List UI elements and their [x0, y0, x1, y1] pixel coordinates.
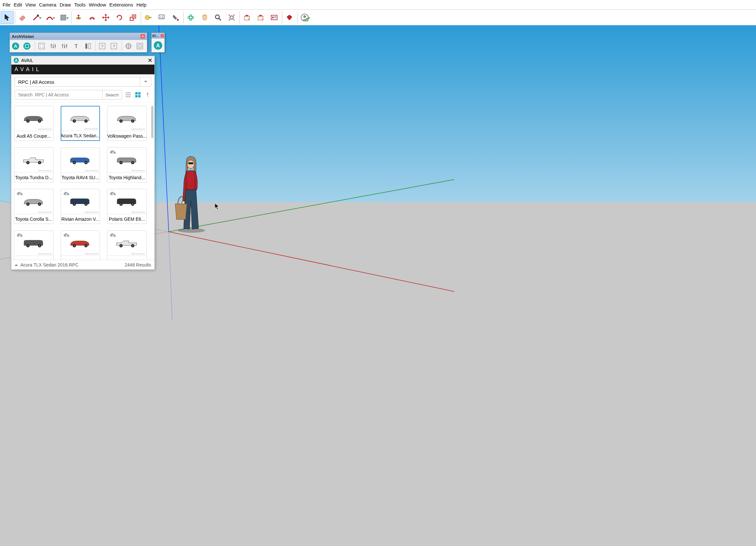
- avail-titlebar[interactable]: A AVAIL ✕: [11, 56, 154, 65]
- menu-help[interactable]: Help: [136, 2, 146, 7]
- svg-rect-42: [64, 46, 65, 47]
- close-icon[interactable]: ×: [140, 34, 145, 39]
- archvision-titlebar[interactable]: ArchVision ×: [10, 33, 147, 40]
- result-card[interactable]: ARCHVISIONAudi A5 Coupe...: [14, 106, 54, 141]
- menu-window[interactable]: Window: [89, 2, 106, 7]
- svg-point-74: [120, 120, 122, 122]
- result-thumbnail: ARCHVISION: [107, 106, 146, 131]
- av-grid-icon[interactable]: [36, 41, 47, 51]
- search-input[interactable]: [15, 90, 102, 99]
- chevron-up-icon[interactable]: [15, 262, 18, 266]
- status-results: 2448 Results: [125, 262, 151, 267]
- cloud-download-icon: [16, 233, 23, 237]
- paint-tool[interactable]: [169, 11, 182, 24]
- extension-warehouse-tool[interactable]: [268, 11, 281, 24]
- watermark: ARCHVISION: [38, 253, 52, 255]
- ruby-tool[interactable]: [283, 11, 296, 24]
- cloud-download-icon: [16, 191, 23, 196]
- menu-file[interactable]: File: [3, 2, 10, 7]
- line-tool[interactable]: [30, 11, 43, 24]
- av-sliders-icon[interactable]: [48, 41, 58, 51]
- menu-tools[interactable]: Tools: [74, 2, 86, 7]
- result-label: Audi A5 Coupe...: [14, 131, 53, 140]
- av-help2-icon[interactable]: ?: [109, 41, 119, 51]
- svg-point-84: [85, 162, 87, 163]
- scale-tool[interactable]: [127, 11, 140, 24]
- svg-point-106: [74, 245, 75, 246]
- close-icon[interactable]: [161, 34, 164, 37]
- offset-tool[interactable]: [86, 11, 99, 24]
- arc-tool[interactable]: [43, 11, 56, 24]
- watermark: ARCHVISION: [131, 253, 145, 255]
- rotate-tool[interactable]: [113, 11, 126, 24]
- result-thumbnail: ARCHVISION: [14, 106, 53, 131]
- menu-draw[interactable]: Draw: [60, 2, 71, 7]
- select-tool[interactable]: [1, 11, 14, 24]
- menu-view[interactable]: View: [25, 2, 36, 7]
- status-filename: Acura TLX Sedan 2016.RPC: [20, 262, 79, 267]
- zoom-tool[interactable]: [212, 11, 225, 24]
- search-button[interactable]: Search: [102, 90, 122, 99]
- av-logo-a-icon[interactable]: A: [10, 41, 21, 51]
- avail-panel[interactable]: A AVAIL ✕ AVAIL RPC | All Access Search: [11, 56, 155, 270]
- svg-point-76: [132, 120, 133, 122]
- move-tool[interactable]: [99, 11, 112, 24]
- result-card[interactable]: ARCHVISION: [61, 230, 100, 260]
- archvision-toolbar[interactable]: ArchVision × A T ? ?: [9, 32, 147, 53]
- zoom-extents-tool[interactable]: [225, 11, 238, 24]
- cloud-download-icon: [63, 191, 70, 196]
- shape-tool[interactable]: [57, 11, 70, 24]
- av-info-icon[interactable]: i: [135, 41, 145, 51]
- svg-point-82: [74, 162, 75, 163]
- result-card[interactable]: ARCHVISIONToyota Highland...: [107, 147, 147, 182]
- result-card[interactable]: ARCHVISION: [107, 230, 147, 260]
- av-text-icon[interactable]: T: [71, 41, 81, 51]
- result-thumbnail: ARCHVISION: [107, 231, 146, 255]
- scrollbar-thumb[interactable]: [151, 106, 153, 138]
- svg-point-3: [145, 15, 150, 20]
- svg-point-40: [55, 45, 56, 46]
- warehouse-get-tool[interactable]: [240, 11, 253, 24]
- av-sliders2-icon[interactable]: [60, 41, 70, 51]
- view-grid-icon[interactable]: [134, 91, 141, 98]
- text-tool[interactable]: A1: [155, 11, 168, 24]
- result-card[interactable]: ARCHVISIONRivian Amazon V...: [61, 189, 100, 224]
- menu-edit[interactable]: Edit: [14, 2, 22, 7]
- chevron-down-icon[interactable]: [140, 77, 151, 86]
- result-card[interactable]: ARCHVISIONVolkswagen Pass...: [107, 106, 147, 141]
- account-tool[interactable]: [298, 11, 311, 24]
- av-mini-titlebar[interactable]: AV...: [152, 33, 165, 39]
- result-label: Volkswagen Pass...: [107, 131, 146, 140]
- tape-tool[interactable]: [142, 11, 155, 24]
- av-globe-icon[interactable]: [123, 41, 134, 51]
- orbit-tool[interactable]: [184, 11, 197, 24]
- collection-select[interactable]: RPC | All Access: [15, 77, 151, 87]
- result-card[interactable]: ARCHVISIONToyota Corolla S...: [14, 189, 54, 224]
- pushpull-tool[interactable]: [72, 11, 85, 24]
- svg-point-94: [74, 203, 75, 205]
- view-list-icon[interactable]: [125, 91, 132, 98]
- cloud-download-icon: [63, 233, 70, 237]
- av-help1-icon[interactable]: ?: [97, 41, 107, 51]
- svg-text:A1: A1: [160, 16, 164, 19]
- menu-camera[interactable]: Camera: [39, 2, 56, 7]
- watermark: ARCHVISION: [38, 128, 52, 130]
- warehouse-send-tool[interactable]: [254, 11, 267, 24]
- svg-rect-2: [132, 15, 136, 18]
- av-columns-icon[interactable]: [83, 41, 93, 51]
- pan-tool[interactable]: [198, 11, 211, 24]
- result-card[interactable]: ARCHVISIONAcura TLX Sedan...: [61, 106, 100, 141]
- av-catalog-icon[interactable]: [22, 41, 32, 51]
- result-card[interactable]: ARCHVISIONToyota Tundra D...: [14, 147, 54, 182]
- result-card[interactable]: ARCHVISION: [14, 230, 54, 260]
- svg-point-35: [43, 44, 43, 45]
- view-settings-icon[interactable]: [144, 91, 151, 98]
- av-logo-a-icon[interactable]: A: [153, 41, 163, 50]
- result-card[interactable]: ARCHVISIONPolaris GEM E6...: [107, 189, 147, 224]
- result-card[interactable]: ARCHVISIONToyota RAV4 SU...: [61, 147, 100, 182]
- menu-extensions[interactable]: Extensions: [109, 2, 133, 7]
- eraser-tool[interactable]: [16, 11, 29, 24]
- result-thumbnail: ARCHVISION: [14, 148, 53, 172]
- close-icon[interactable]: ✕: [148, 57, 152, 64]
- av-mini-panel[interactable]: AV... A: [151, 32, 165, 53]
